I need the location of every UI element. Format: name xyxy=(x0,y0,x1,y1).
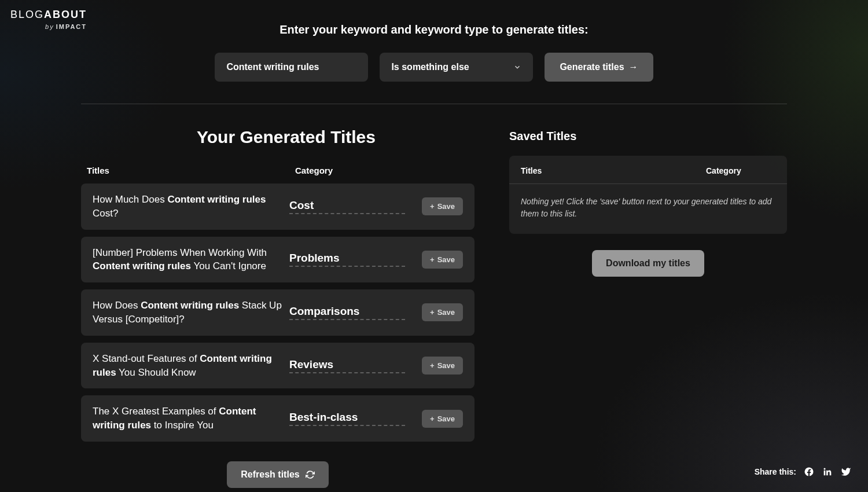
category-badge[interactable]: Best-in-class xyxy=(289,411,405,426)
category-badge[interactable]: Comparisons xyxy=(289,305,405,320)
plus-icon: + xyxy=(430,361,435,370)
saved-heading: Saved Titles xyxy=(509,130,787,143)
twitter-icon[interactable] xyxy=(840,466,852,478)
saved-col-header-category: Category xyxy=(706,166,775,175)
refresh-icon xyxy=(306,470,315,479)
generate-button[interactable]: Generate titles → xyxy=(545,53,653,82)
refresh-label: Refresh titles xyxy=(241,469,299,480)
title-text: [Number] Problems When Working With Cont… xyxy=(93,246,289,274)
generate-label: Generate titles xyxy=(560,62,624,72)
save-label: Save xyxy=(437,202,455,211)
saved-card: Titles Category Nothing yet! Click the '… xyxy=(509,156,787,234)
save-label: Save xyxy=(437,308,455,317)
keyword-highlight: Content writing rules xyxy=(167,194,266,205)
title-row: How Does Content writing rules Stack Up … xyxy=(81,289,475,336)
hero-heading: Enter your keyword and keyword type to g… xyxy=(0,23,868,36)
refresh-button[interactable]: Refresh titles xyxy=(227,461,328,488)
plus-icon: + xyxy=(430,414,435,423)
save-button[interactable]: +Save xyxy=(422,197,463,215)
logo-pre: BLOG xyxy=(10,9,44,20)
logo[interactable]: BLOGABOUT byIMPACT xyxy=(10,9,87,30)
facebook-icon[interactable] xyxy=(803,466,815,478)
title-text: How Does Content writing rules Stack Up … xyxy=(93,299,289,326)
title-row: [Number] Problems When Working With Cont… xyxy=(81,237,475,283)
keyword-type-select[interactable]: Is something else xyxy=(380,53,533,82)
byline-by: by xyxy=(45,23,54,30)
saved-empty-message: Nothing yet! Click the 'save' button nex… xyxy=(509,184,787,220)
plus-icon: + xyxy=(430,202,435,211)
logo-bold: ABOUT xyxy=(44,9,87,20)
plus-icon: + xyxy=(430,308,435,317)
download-button[interactable]: Download my titles xyxy=(592,250,704,277)
byline-brand: IMPACT xyxy=(56,23,87,30)
linkedin-icon[interactable] xyxy=(822,466,833,478)
col-header-titles: Titles xyxy=(87,166,295,175)
title-text: The X Greatest Examples of Content writi… xyxy=(93,405,289,432)
title-row: How Much Does Content writing rules Cost… xyxy=(81,183,475,230)
category-badge[interactable]: Reviews xyxy=(289,358,405,373)
saved-col-header-titles: Titles xyxy=(521,166,706,175)
plus-icon: + xyxy=(430,255,435,264)
save-label: Save xyxy=(437,414,455,423)
title-text: How Much Does Content writing rules Cost… xyxy=(93,193,289,221)
save-label: Save xyxy=(437,255,455,264)
select-value: Is something else xyxy=(391,62,469,72)
title-row: X Stand-out Features of Content writing … xyxy=(81,343,475,389)
keyword-highlight: Content writing rules xyxy=(141,300,239,311)
save-button[interactable]: +Save xyxy=(422,303,463,321)
save-button[interactable]: +Save xyxy=(422,410,463,428)
category-badge[interactable]: Problems xyxy=(289,252,405,267)
keyword-input[interactable] xyxy=(215,53,368,82)
category-badge[interactable]: Cost xyxy=(289,199,405,214)
share-label: Share this: xyxy=(755,467,796,476)
save-button[interactable]: +Save xyxy=(422,357,463,374)
col-header-category: Category xyxy=(295,166,411,175)
save-button[interactable]: +Save xyxy=(422,251,463,269)
arrow-right-icon: → xyxy=(629,62,638,72)
title-text: X Stand-out Features of Content writing … xyxy=(93,352,289,380)
generated-heading: Your Generated Titles xyxy=(197,127,475,147)
chevron-down-icon xyxy=(513,63,521,71)
title-row: The X Greatest Examples of Content writi… xyxy=(81,395,475,442)
save-label: Save xyxy=(437,361,455,370)
keyword-highlight: Content writing rules xyxy=(93,260,191,271)
